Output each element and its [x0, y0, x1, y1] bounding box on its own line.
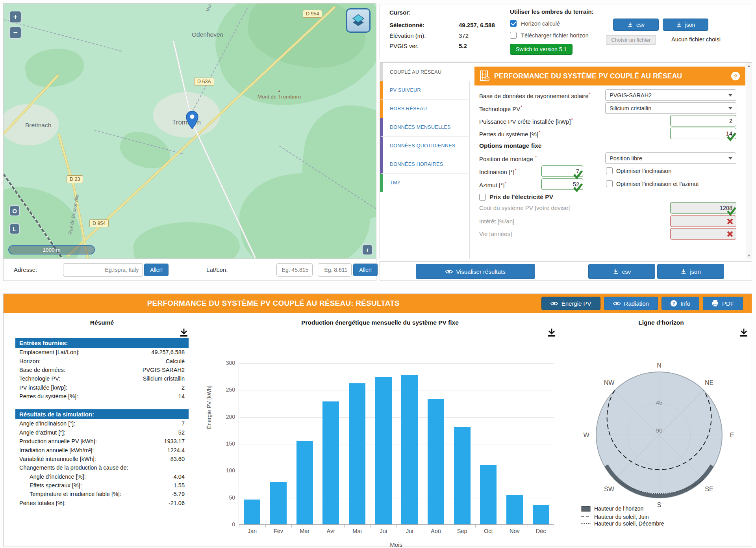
- help-icon[interactable]: ?: [731, 72, 740, 80]
- map-o-button[interactable]: O: [9, 205, 20, 216]
- mount-position-select[interactable]: Position libre: [605, 152, 736, 164]
- road-shield-d954b: D 954: [89, 219, 109, 227]
- bar-jui: [375, 377, 392, 524]
- info-button[interactable]: ? Info: [662, 297, 699, 310]
- scroll-up-icon[interactable]: ▲: [746, 64, 752, 68]
- horizon-csv-button[interactable]: csv: [613, 19, 659, 31]
- results-csv-button[interactable]: csv: [588, 264, 655, 279]
- row-value: 14: [178, 393, 185, 399]
- table-row: Changements de la production à cause de:: [15, 463, 189, 472]
- selected-label: Sélectionné:: [389, 22, 424, 28]
- horizon-title: Ligne d’horizon: [571, 319, 752, 326]
- x-tick-mark: [475, 525, 476, 528]
- switch-version-button[interactable]: Switch to version 5.1: [510, 44, 573, 55]
- address-bar: Adresse: Aller! Lat/Lon: Aller!: [4, 258, 376, 281]
- tab-pv-suiveur[interactable]: PV SUIVEUR: [380, 81, 470, 100]
- tab-donn-es-mensuelles[interactable]: DONNÉES MENSUELLES: [380, 118, 470, 137]
- pv-price-checkbox[interactable]: Prix de l’électricité PV: [479, 193, 553, 201]
- row-value: 1.55: [174, 482, 185, 489]
- row-label: Changements de la production à cause de:: [19, 464, 128, 471]
- legend-label-december: Hauteur du soleil, Décembre: [594, 520, 664, 527]
- table-row: Base de données:PVGIS-SARAH2: [15, 366, 189, 374]
- checkbox-unchecked-icon[interactable]: [606, 167, 613, 174]
- x-tick-label: Jui: [397, 528, 423, 534]
- layers-icon[interactable]: [346, 8, 371, 33]
- valid-check-icon: [726, 206, 737, 216]
- tab-hors-r-seau[interactable]: HORS RÉSEAU: [380, 100, 470, 118]
- y-tick-label: 300: [215, 360, 235, 366]
- checkbox-unchecked-icon[interactable]: [479, 194, 486, 201]
- compass-label-n: N: [657, 362, 662, 369]
- download-icon[interactable]: [179, 328, 189, 337]
- address-go-button[interactable]: Aller!: [144, 264, 169, 276]
- row-label: Température et irradiance faible [%]:: [30, 491, 121, 497]
- map-info-button[interactable]: i: [362, 244, 373, 255]
- power-label: Puissance PV crête installée [kWp]*: [479, 117, 573, 125]
- x-tick-mark: [318, 525, 318, 528]
- gridline: [239, 390, 554, 390]
- tech-select[interactable]: Silicium cristallin: [605, 102, 736, 114]
- x-axis-label: Mois: [239, 541, 554, 548]
- visualize-results-button[interactable]: Visualiser résultats: [416, 264, 535, 279]
- form-scrollbar[interactable]: ▲ ▼: [746, 63, 752, 259]
- checkbox-unchecked-icon[interactable]: [510, 32, 517, 39]
- y-tick-label: 0: [215, 521, 235, 528]
- address-input[interactable]: [63, 263, 143, 277]
- lat-input[interactable]: [276, 263, 313, 277]
- legend-label-june: Hauteur du soleil, Juin: [594, 514, 649, 520]
- map-scale: 1000 m: [8, 245, 95, 254]
- tab-tmy[interactable]: TMY: [380, 174, 470, 192]
- results-panel: PERFORMANCE DU SYSTÈME PV COUPLÉ AU RÉSE…: [3, 294, 752, 546]
- scroll-down-icon[interactable]: ▼: [746, 254, 752, 258]
- upload-horizon-checkbox[interactable]: Télécharger fichier horizon: [510, 32, 589, 39]
- cost-label: Coût du système PV [votre devise]: [479, 204, 570, 211]
- db-select[interactable]: PVGIS-SARAH2: [605, 89, 736, 101]
- checkbox-unchecked-icon[interactable]: [606, 180, 613, 187]
- optimize-both-checkbox[interactable]: Optimiser l’inclinaison et l’azimut: [606, 180, 699, 187]
- tab-donn-es-quotidiennes[interactable]: DONNÉES QUOTIDIENNES: [380, 137, 470, 155]
- lon-input[interactable]: [318, 263, 352, 277]
- table-row: Production annuelle PV [kWh]:1933.17: [15, 437, 189, 446]
- horizon-calculated-checkbox[interactable]: Horizon calculé: [510, 20, 560, 27]
- horizon-polar-chart: NNEESESSWWNW4590Hauteur de l’horizonHaut…: [571, 350, 752, 531]
- compass-label-se: SE: [705, 486, 713, 492]
- map[interactable]: Odenhoven Brettnach Tromborn ▲ Mont de T…: [4, 4, 376, 258]
- bar-nov: [506, 495, 523, 524]
- choose-file-button[interactable]: Choisir un fichier: [606, 35, 656, 45]
- table-row: Angle d’azimut [°]:52: [15, 428, 189, 437]
- download-icon[interactable]: [739, 328, 749, 337]
- table-row: Emplacement [Lat/Lon]:49.257,6.588: [15, 348, 189, 357]
- download-icon: [680, 268, 687, 275]
- x-tick-mark: [239, 525, 239, 528]
- energy-pv-tab-button[interactable]: Énergie PV: [541, 297, 600, 310]
- tab-list: COUPLÉ AU RÉSEAUPV SUIVEURHORS RÉSEAUDON…: [380, 63, 470, 259]
- download-icon: [613, 268, 619, 275]
- slope-label: Inclinaison [°]*: [479, 168, 517, 175]
- x-tick-label: Mar: [291, 528, 318, 534]
- checkbox-checked-icon[interactable]: [510, 20, 517, 27]
- row-value: 7: [182, 420, 185, 427]
- radiation-tab-button[interactable]: Radiation: [604, 297, 658, 310]
- latlon-go-button[interactable]: Aller!: [353, 264, 378, 276]
- zoom-in-button[interactable]: +: [9, 11, 22, 23]
- row-value: PVGIS-SARAH2: [143, 367, 185, 373]
- download-icon[interactable]: [547, 328, 556, 337]
- x-tick-label: Aoû: [423, 528, 449, 534]
- tab-coupl-au-r-seau[interactable]: COUPLÉ AU RÉSEAU: [380, 63, 470, 81]
- zoom-out-button[interactable]: −: [9, 26, 22, 39]
- road-shield-d63a: D 63A: [194, 78, 214, 85]
- results-json-button[interactable]: json: [657, 264, 724, 279]
- tab-donn-es-horaires[interactable]: DONNÉES HORAIRES: [380, 155, 470, 174]
- pdf-button[interactable]: PDF: [703, 297, 743, 310]
- row-label: Angle d’incidence [%]:: [30, 474, 86, 480]
- valid-check-icon: [726, 132, 737, 141]
- map-l-button[interactable]: L: [9, 223, 20, 234]
- place-label-odenhoven: Odenhoven: [192, 31, 223, 38]
- location-marker-icon: [185, 111, 199, 131]
- optimize-slope-checkbox[interactable]: Optimiser l’inclinaison: [606, 167, 671, 174]
- valid-check-icon: [573, 183, 583, 192]
- horizon-json-button[interactable]: json: [663, 19, 708, 31]
- power-input[interactable]: 2: [670, 115, 736, 126]
- table-row: Pertes du système [%]:14: [15, 392, 189, 401]
- elevation-value: 372: [459, 32, 469, 39]
